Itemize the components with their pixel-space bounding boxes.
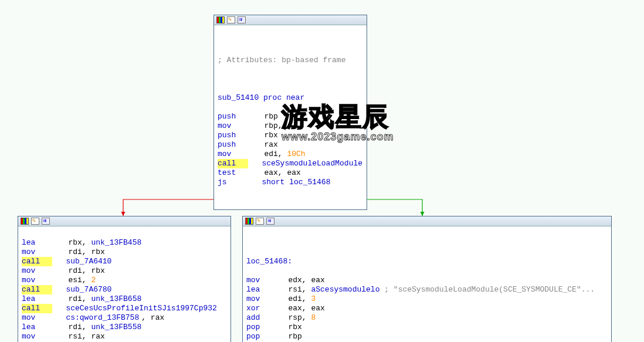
- asm-line[interactable]: call sceCesUcsProfileInitSJis1997Cp932: [22, 304, 227, 313]
- operand: edi,: [288, 294, 311, 304]
- node-body: loc_51468: mov edx, eaxlea rsi, aScesysm…: [243, 226, 611, 342]
- mnemonic: mov: [246, 276, 272, 285]
- asm-line[interactable]: lea rbx, unk_13FB458: [22, 238, 227, 248]
- asm-line[interactable]: call sceSysmoduleLoadModule: [218, 159, 363, 168]
- node-titlebar[interactable]: [214, 15, 367, 25]
- mnemonic: call: [22, 285, 52, 294]
- mnemonic: lea: [22, 323, 52, 332]
- mnemonic: lea: [22, 238, 52, 248]
- edit-icon[interactable]: [227, 16, 235, 23]
- asm-line[interactable]: mov cs:qword_13FB758, rax: [22, 313, 227, 323]
- asm-line[interactable]: pop rbx: [246, 323, 608, 332]
- mnemonic: call: [218, 159, 248, 168]
- mnemonic: mov: [22, 276, 52, 285]
- operand: sceCesUcsProfileInitSJis1997Cp932: [66, 304, 216, 313]
- asm-line[interactable]: mov rbp, r: [218, 121, 363, 131]
- mnemonic: push: [218, 131, 248, 140]
- loc-label: loc_51468:: [246, 257, 292, 266]
- operand: rbp: [264, 112, 277, 121]
- operand: ;: [379, 285, 393, 294]
- operand: sceSysmoduleLoadModule: [262, 159, 362, 168]
- operand: rdi,: [68, 294, 91, 304]
- asm-line[interactable]: call sub_7A6780: [22, 285, 227, 294]
- mnemonic: mov: [22, 266, 52, 276]
- asm-line[interactable]: js short loc_51468: [218, 178, 363, 187]
- asm-line[interactable]: mov rdi, rbx: [22, 266, 227, 276]
- operand: rbp, r: [264, 121, 292, 131]
- mnemonic: push: [218, 140, 248, 150]
- operand: esi,: [68, 276, 91, 285]
- attr-comment: ; Attributes: bp-based frame: [218, 56, 345, 65]
- asm-line[interactable]: test eax, eax: [218, 168, 363, 178]
- asm-line[interactable]: lea rsi, aScesysmodulelo ; "sceSysmodule…: [246, 285, 608, 294]
- operand: rbx,: [68, 238, 91, 248]
- asm-line[interactable]: mov esi, 2: [22, 276, 227, 285]
- edit-icon[interactable]: [31, 218, 39, 225]
- operand: 3: [311, 294, 316, 304]
- operand: aScesysmodulelo: [311, 285, 379, 294]
- flow-icon[interactable]: [42, 218, 50, 225]
- colors-icon[interactable]: [245, 218, 253, 225]
- asm-line[interactable]: lea rdi, unk_13FB558: [22, 323, 227, 332]
- asm-line[interactable]: mov edx, eax: [246, 276, 608, 285]
- operand: 2: [91, 276, 96, 285]
- operand: unk_13FB658: [91, 294, 141, 304]
- mnemonic: push: [218, 112, 248, 121]
- operand: edi,: [264, 150, 287, 159]
- operand: short: [262, 178, 289, 187]
- operand: loc_51468: [289, 178, 330, 187]
- mnemonic: mov: [22, 248, 52, 257]
- mnemonic: call: [22, 304, 52, 313]
- asm-line[interactable]: pop rbp: [246, 332, 608, 341]
- operand: edx, eax: [288, 276, 324, 285]
- graph-node-true-branch[interactable]: loc_51468: mov edx, eaxlea rsi, aScesysm…: [242, 216, 612, 342]
- asm-line[interactable]: call sub_7A6410: [22, 257, 227, 266]
- asm-line[interactable]: mov rdi, rbx: [22, 248, 227, 257]
- operand: 8: [311, 313, 316, 323]
- graph-node-entry[interactable]: ; Attributes: bp-based frame sub_51410 p…: [213, 15, 367, 210]
- node-titlebar[interactable]: [18, 216, 231, 226]
- mnemonic: pop: [246, 323, 272, 332]
- operand: rdi, rbx: [68, 266, 104, 276]
- edit-icon[interactable]: [256, 218, 264, 225]
- proc-label: sub_51410 proc near: [218, 93, 304, 103]
- mnemonic: lea: [246, 285, 272, 294]
- flow-icon[interactable]: [266, 218, 274, 225]
- operand: eax, eax: [288, 304, 324, 313]
- operand: rsi, rax: [68, 332, 104, 341]
- operand: "sceSysmoduleLoadModule(SCE_SYSMODULE_CE…: [394, 285, 595, 294]
- operand: cs:qword_13FB758: [66, 313, 139, 323]
- asm-line[interactable]: xor eax, eax: [246, 304, 608, 313]
- asm-line[interactable]: mov edi, 10Ch: [218, 150, 363, 159]
- mnemonic: add: [246, 313, 272, 323]
- mnemonic: pop: [246, 332, 272, 341]
- colors-icon[interactable]: [216, 16, 225, 23]
- node-body: lea rbx, unk_13FB458mov rdi, rbxcall sub…: [18, 226, 231, 342]
- operand: , rax: [141, 313, 164, 323]
- mnemonic: mov: [22, 332, 52, 341]
- operand: rsi,: [288, 285, 311, 294]
- asm-line[interactable]: add rsp, 8: [246, 313, 608, 323]
- asm-line[interactable]: push rax: [218, 140, 363, 150]
- mnemonic: mov: [246, 294, 272, 304]
- asm-line[interactable]: lea rdi, unk_13FB658: [22, 294, 227, 304]
- graph-node-false-branch[interactable]: lea rbx, unk_13FB458mov rdi, rbxcall sub…: [18, 216, 231, 342]
- flow-icon[interactable]: [238, 16, 246, 23]
- operand: rax: [264, 140, 277, 150]
- mnemonic: mov: [22, 313, 52, 323]
- operand: sub_7A6780: [66, 285, 111, 294]
- asm-line[interactable]: mov rsi, rax: [22, 332, 227, 341]
- mnemonic: lea: [22, 294, 52, 304]
- colors-icon[interactable]: [21, 218, 29, 225]
- asm-line[interactable]: push rbp: [218, 112, 363, 121]
- mnemonic: js: [218, 178, 248, 187]
- node-body: ; Attributes: bp-based frame sub_51410 p…: [214, 25, 367, 209]
- operand: sub_7A6410: [66, 257, 111, 266]
- operand: eax, eax: [264, 168, 300, 178]
- node-titlebar[interactable]: [243, 216, 611, 226]
- mnemonic: xor: [246, 304, 272, 313]
- mnemonic: call: [22, 257, 52, 266]
- operand: rbx: [264, 131, 277, 140]
- asm-line[interactable]: mov edi, 3: [246, 294, 608, 304]
- asm-line[interactable]: push rbx: [218, 131, 363, 140]
